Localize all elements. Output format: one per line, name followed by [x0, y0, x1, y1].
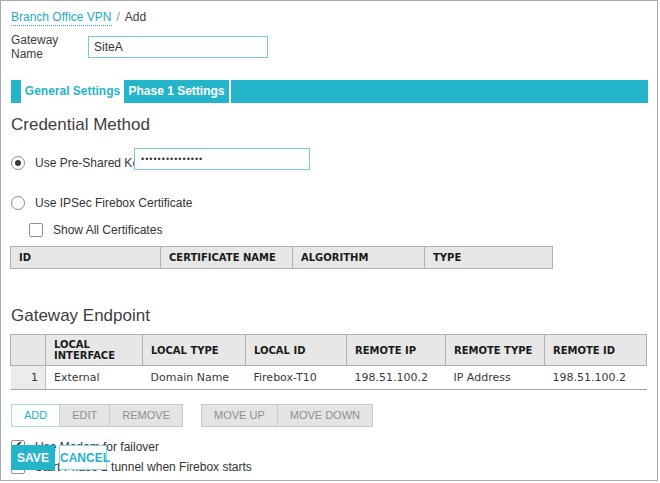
endpoint-local-interface: External — [46, 366, 143, 390]
cert-col-type: TYPE — [425, 247, 553, 269]
firebox-certificate-radio[interactable] — [11, 196, 25, 210]
ep-col-remote-ip: REMOTE IP — [347, 335, 446, 366]
gateway-name-label: Gateway Name — [11, 33, 88, 61]
credential-method-heading: Credential Method — [11, 115, 657, 135]
cert-col-algorithm: ALGORITHM — [293, 247, 425, 269]
show-all-certificates-label: Show All Certificates — [53, 223, 162, 237]
pre-shared-key-option: Use Pre-Shared Key — [11, 151, 657, 175]
breadcrumb-current-page: Add — [125, 10, 146, 24]
remove-button[interactable]: REMOVE — [109, 404, 183, 427]
endpoint-remote-id: 198.51.100.2 — [545, 366, 647, 390]
breadcrumb: Branch Office VPN/Add — [1, 1, 657, 24]
ep-col-remote-type: REMOTE TYPE — [446, 335, 545, 366]
pre-shared-key-label: Use Pre-Shared Key — [35, 156, 145, 170]
pre-shared-key-radio[interactable] — [11, 156, 25, 170]
form-action-row: SAVE CANCEL — [11, 445, 107, 470]
endpoint-table-header-row: LOCAL INTERFACE LOCAL TYPE LOCAL ID REMO… — [11, 335, 647, 366]
move-down-button[interactable]: MOVE DOWN — [277, 404, 373, 427]
firebox-certificate-option: Use IPSec Firebox Certificate — [11, 196, 657, 210]
ep-col-remote-id: REMOTE ID — [545, 335, 647, 366]
tab-phase1-settings[interactable]: Phase 1 Settings — [124, 80, 231, 103]
endpoint-remote-ip: 198.51.100.2 — [347, 366, 446, 390]
add-button[interactable]: ADD — [11, 404, 60, 427]
pre-shared-key-input[interactable] — [134, 148, 310, 170]
endpoint-remote-type: IP Address — [446, 366, 545, 390]
save-button[interactable]: SAVE — [11, 445, 55, 470]
show-all-certificates-checkbox[interactable] — [29, 223, 43, 237]
certificate-table: ID CERTIFICATE NAME ALGORITHM TYPE — [10, 246, 553, 269]
cert-col-id: ID — [11, 247, 161, 269]
cert-col-certificate-name: CERTIFICATE NAME — [161, 247, 293, 269]
breadcrumb-separator: / — [117, 10, 120, 24]
settings-tab-bar: General Settings Phase 1 Settings — [11, 80, 648, 103]
endpoint-local-id: Firebox-T10 — [246, 366, 347, 390]
firebox-certificate-label: Use IPSec Firebox Certificate — [35, 196, 192, 210]
ep-col-handle — [11, 335, 46, 366]
endpoint-table-row[interactable]: 1 External Domain Name Firebox-T10 198.5… — [11, 366, 647, 390]
breadcrumb-link-branch-office-vpn[interactable]: Branch Office VPN — [11, 10, 112, 26]
gateway-endpoint-heading: Gateway Endpoint — [11, 306, 657, 326]
endpoint-local-type: Domain Name — [143, 366, 246, 390]
gateway-endpoint-table: LOCAL INTERFACE LOCAL TYPE LOCAL ID REMO… — [10, 334, 647, 390]
gateway-name-row: Gateway Name — [11, 35, 657, 59]
move-up-button[interactable]: MOVE UP — [201, 404, 278, 427]
edit-button[interactable]: EDIT — [59, 404, 110, 427]
button-gap — [183, 404, 201, 427]
cancel-button[interactable]: CANCEL — [59, 445, 107, 470]
endpoint-row-number: 1 — [11, 366, 46, 390]
tab-general-settings[interactable]: General Settings — [21, 80, 124, 103]
gateway-name-input[interactable] — [88, 36, 268, 58]
bovpn-add-page: Branch Office VPN/Add Gateway Name Gener… — [0, 0, 658, 481]
certificate-table-header-row: ID CERTIFICATE NAME ALGORITHM TYPE — [11, 247, 553, 269]
show-all-certificates-option: Show All Certificates — [29, 223, 657, 237]
ep-col-local-type: LOCAL TYPE — [143, 335, 246, 366]
ep-col-local-id: LOCAL ID — [246, 335, 347, 366]
endpoint-button-row: ADD EDIT REMOVE MOVE UP MOVE DOWN — [11, 404, 657, 427]
ep-col-local-interface: LOCAL INTERFACE — [46, 335, 143, 366]
